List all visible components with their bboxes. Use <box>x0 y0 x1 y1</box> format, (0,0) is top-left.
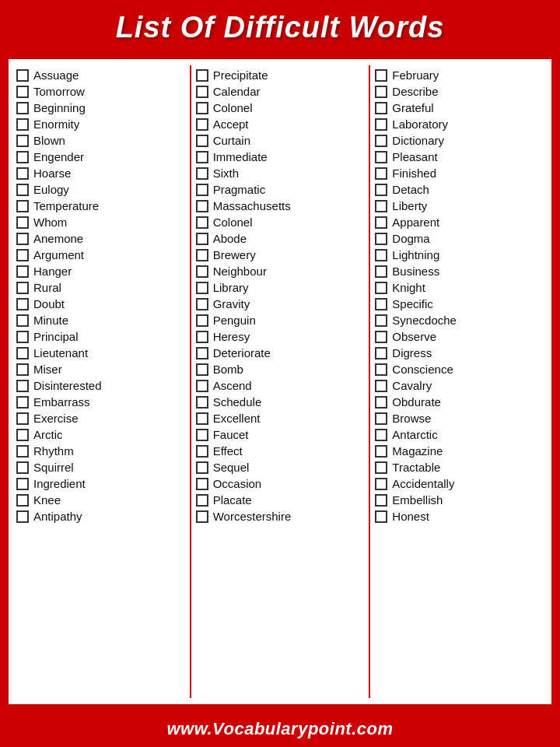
checkbox-icon[interactable] <box>196 282 208 294</box>
checkbox-icon[interactable] <box>16 298 29 310</box>
list-item[interactable]: Gravity <box>196 296 365 312</box>
list-item[interactable]: Argument <box>16 247 185 263</box>
checkbox-icon[interactable] <box>375 314 387 327</box>
checkbox-icon[interactable] <box>16 249 29 261</box>
list-item[interactable]: Magazine <box>375 443 544 459</box>
checkbox-icon[interactable] <box>16 102 29 114</box>
list-item[interactable]: Apparent <box>375 214 544 230</box>
list-item[interactable]: Abode <box>196 230 365 247</box>
checkbox-icon[interactable] <box>196 347 208 359</box>
list-item[interactable]: Beginning <box>16 100 185 116</box>
checkbox-icon[interactable] <box>375 461 387 474</box>
checkbox-icon[interactable] <box>375 347 387 359</box>
list-item[interactable]: Dogma <box>375 230 544 247</box>
checkbox-icon[interactable] <box>196 461 208 474</box>
checkbox-icon[interactable] <box>375 429 387 441</box>
list-item[interactable]: Engender <box>16 149 185 165</box>
list-item[interactable]: February <box>375 67 544 83</box>
checkbox-icon[interactable] <box>196 69 208 82</box>
list-item[interactable]: Observe <box>375 328 544 345</box>
checkbox-icon[interactable] <box>196 396 208 409</box>
list-item[interactable]: Precipitate <box>196 67 365 83</box>
list-item[interactable]: Sixth <box>196 165 365 181</box>
list-item[interactable]: Worcestershire <box>196 508 365 524</box>
checkbox-icon[interactable] <box>196 363 208 376</box>
checkbox-icon[interactable] <box>16 510 29 523</box>
list-item[interactable]: Ascend <box>196 377 365 394</box>
list-item[interactable]: Neighbour <box>196 263 365 279</box>
list-item[interactable]: Knee <box>16 492 185 508</box>
list-item[interactable]: Library <box>196 279 365 296</box>
checkbox-icon[interactable] <box>16 478 29 490</box>
checkbox-icon[interactable] <box>16 380 29 392</box>
checkbox-icon[interactable] <box>375 478 387 490</box>
checkbox-icon[interactable] <box>16 461 29 474</box>
list-item[interactable]: Antarctic <box>375 426 544 443</box>
checkbox-icon[interactable] <box>196 429 208 441</box>
list-item[interactable]: Business <box>375 263 544 279</box>
list-item[interactable]: Honest <box>375 508 544 524</box>
checkbox-icon[interactable] <box>16 216 29 229</box>
list-item[interactable]: Disinterested <box>16 377 185 394</box>
checkbox-icon[interactable] <box>16 265 29 278</box>
list-item[interactable]: Eulogy <box>16 181 185 198</box>
checkbox-icon[interactable] <box>196 167 208 180</box>
checkbox-icon[interactable] <box>196 118 208 131</box>
list-item[interactable]: Schedule <box>196 394 365 410</box>
checkbox-icon[interactable] <box>375 69 387 82</box>
checkbox-icon[interactable] <box>16 151 29 163</box>
checkbox-icon[interactable] <box>375 200 387 212</box>
checkbox-icon[interactable] <box>16 494 29 507</box>
list-item[interactable]: Accept <box>196 116 365 132</box>
list-item[interactable]: Knight <box>375 279 544 296</box>
list-item[interactable]: Exercise <box>16 410 185 426</box>
list-item[interactable]: Assuage <box>16 67 185 83</box>
list-item[interactable]: Cavalry <box>375 377 544 394</box>
checkbox-icon[interactable] <box>375 135 387 147</box>
checkbox-icon[interactable] <box>16 429 29 441</box>
list-item[interactable]: Colonel <box>196 100 365 116</box>
list-item[interactable]: Accidentally <box>375 475 544 492</box>
checkbox-icon[interactable] <box>375 249 387 261</box>
checkbox-icon[interactable] <box>16 282 29 294</box>
list-item[interactable]: Arctic <box>16 426 185 443</box>
checkbox-icon[interactable] <box>375 380 387 392</box>
checkbox-icon[interactable] <box>196 102 208 114</box>
checkbox-icon[interactable] <box>16 331 29 343</box>
list-item[interactable]: Antipathy <box>16 508 185 524</box>
list-item[interactable]: Calendar <box>196 83 365 100</box>
list-item[interactable]: Temperature <box>16 198 185 214</box>
checkbox-icon[interactable] <box>196 331 208 343</box>
checkbox-icon[interactable] <box>375 363 387 376</box>
checkbox-icon[interactable] <box>375 102 387 114</box>
list-item[interactable]: Colonel <box>196 214 365 230</box>
checkbox-icon[interactable] <box>16 118 29 131</box>
list-item[interactable]: Whom <box>16 214 185 230</box>
list-item[interactable]: Synecdoche <box>375 312 544 328</box>
checkbox-icon[interactable] <box>16 347 29 359</box>
checkbox-icon[interactable] <box>375 412 387 425</box>
checkbox-icon[interactable] <box>196 412 208 425</box>
checkbox-icon[interactable] <box>196 445 208 458</box>
checkbox-icon[interactable] <box>375 331 387 343</box>
list-item[interactable]: Faucet <box>196 426 365 443</box>
checkbox-icon[interactable] <box>16 184 29 196</box>
checkbox-icon[interactable] <box>375 151 387 163</box>
list-item[interactable]: Rural <box>16 279 185 296</box>
list-item[interactable]: Digress <box>375 345 544 361</box>
checkbox-icon[interactable] <box>16 233 29 245</box>
list-item[interactable]: Effect <box>196 443 365 459</box>
list-item[interactable]: Embellish <box>375 492 544 508</box>
list-item[interactable]: Ingredient <box>16 475 185 492</box>
list-item[interactable]: Rhythm <box>16 443 185 459</box>
list-item[interactable]: Liberty <box>375 198 544 214</box>
checkbox-icon[interactable] <box>16 396 29 409</box>
list-item[interactable]: Heresy <box>196 328 365 345</box>
list-item[interactable]: Lieutenant <box>16 345 185 361</box>
list-item[interactable]: Brewery <box>196 247 365 263</box>
checkbox-icon[interactable] <box>196 380 208 392</box>
list-item[interactable]: Penguin <box>196 312 365 328</box>
checkbox-icon[interactable] <box>196 216 208 229</box>
checkbox-icon[interactable] <box>196 249 208 261</box>
list-item[interactable]: Enormity <box>16 116 185 132</box>
